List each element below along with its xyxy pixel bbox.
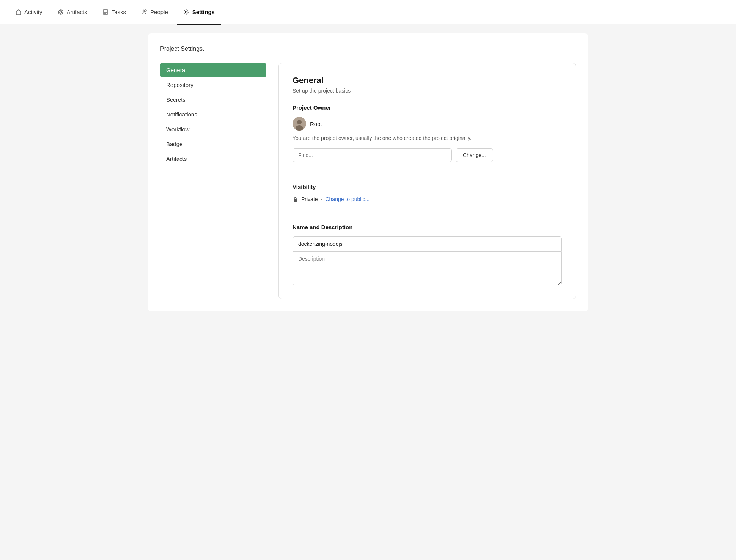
artifacts-icon: [58, 9, 64, 15]
svg-rect-16: [294, 199, 297, 202]
owner-row: Root: [293, 117, 562, 131]
main-content: Project Settings. General Repository Sec…: [0, 24, 736, 560]
sidebar-item-general[interactable]: General: [160, 63, 266, 77]
page-title: Project Settings.: [160, 46, 576, 52]
name-description-label: Name and Description: [293, 224, 562, 230]
sidebar-item-repository[interactable]: Repository: [160, 78, 266, 92]
visibility-status: Private: [301, 196, 318, 202]
change-to-public-link[interactable]: Change to public...: [325, 196, 370, 202]
visibility-section: Visibility Private · Change to public...: [293, 184, 562, 202]
lock-icon: [293, 197, 298, 202]
divider-2: [293, 213, 562, 213]
find-owner-input[interactable]: [293, 148, 452, 162]
tasks-icon: [102, 9, 109, 15]
svg-point-14: [297, 120, 302, 124]
settings-icon: [183, 9, 190, 15]
project-description-textarea[interactable]: [293, 251, 562, 285]
svg-point-11: [145, 10, 146, 11]
sidebar-item-workflow[interactable]: Workflow: [160, 122, 266, 136]
panel-subtitle: Set up the project basics: [293, 88, 562, 94]
avatar: [293, 117, 306, 131]
settings-container: Project Settings. General Repository Sec…: [148, 33, 588, 311]
divider-1: [293, 173, 562, 173]
nav-label-tasks: Tasks: [112, 9, 126, 15]
nav-item-settings[interactable]: Settings: [177, 0, 221, 25]
svg-point-1: [60, 11, 62, 13]
owner-description: You are the project owner, usually the o…: [293, 134, 562, 142]
settings-panel: General Set up the project basics Projec…: [278, 63, 576, 299]
nav-item-activity[interactable]: Activity: [9, 0, 49, 25]
nav-label-activity: Activity: [24, 9, 42, 15]
owner-section-label: Project Owner: [293, 104, 562, 111]
project-name-input[interactable]: [293, 236, 562, 251]
visibility-section-label: Visibility: [293, 184, 562, 190]
nav-item-tasks[interactable]: Tasks: [96, 0, 132, 25]
panel-title: General: [293, 76, 562, 85]
nav-item-people[interactable]: People: [135, 0, 174, 25]
nav-label-people: People: [150, 9, 168, 15]
name-description-section: Name and Description: [293, 224, 562, 286]
settings-layout: General Repository Secrets Notifications…: [160, 63, 576, 299]
nav-item-artifacts[interactable]: Artifacts: [52, 0, 93, 25]
sidebar-item-badge[interactable]: Badge: [160, 137, 266, 151]
settings-sidebar: General Repository Secrets Notifications…: [160, 63, 266, 299]
find-row: Change...: [293, 148, 562, 162]
project-owner-section: Project Owner Root You are the pro: [293, 104, 562, 162]
nav-label-settings: Settings: [192, 9, 215, 15]
svg-point-10: [143, 10, 145, 12]
sidebar-item-notifications[interactable]: Notifications: [160, 107, 266, 121]
visibility-separator: ·: [321, 196, 322, 202]
people-icon: [141, 9, 148, 15]
sidebar-item-artifacts[interactable]: Artifacts: [160, 152, 266, 166]
top-navigation: Activity Artifacts Tasks: [0, 0, 736, 24]
svg-point-12: [186, 11, 187, 13]
home-icon: [15, 9, 22, 15]
change-owner-button[interactable]: Change...: [456, 148, 493, 162]
visibility-row: Private · Change to public...: [293, 196, 562, 202]
owner-name: Root: [310, 121, 322, 127]
sidebar-item-secrets[interactable]: Secrets: [160, 93, 266, 107]
nav-label-artifacts: Artifacts: [67, 9, 87, 15]
